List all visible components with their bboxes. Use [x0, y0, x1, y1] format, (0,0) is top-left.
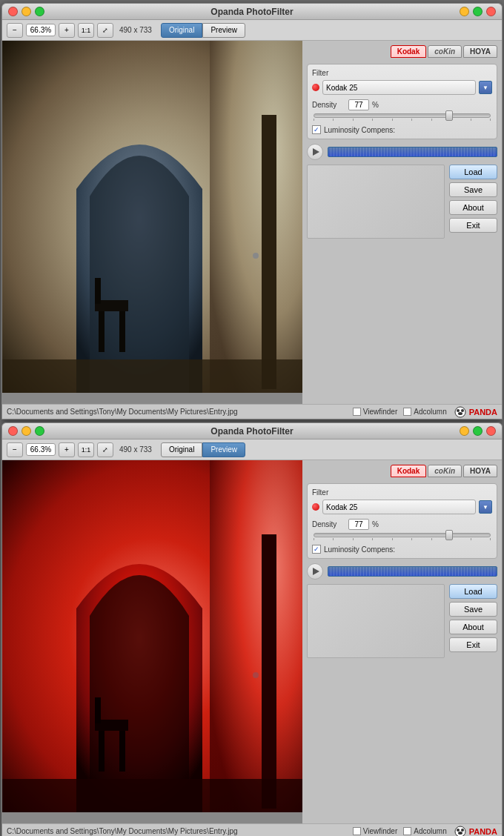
- maximize-button-1[interactable]: [35, 7, 44, 16]
- filter-section-1: Filter Kodak 25 ▼ Density 77 %: [307, 64, 497, 139]
- tick2-4: [372, 538, 373, 540]
- status-path-2: C:\Documents and Settings\Tony\My Docume…: [7, 827, 345, 835]
- action-buttons-1: Load Save About Exit: [449, 165, 497, 239]
- tab-original-2[interactable]: Original: [161, 442, 202, 457]
- luminosity-label-1: Luminosity Compens:: [324, 126, 395, 134]
- status-checkboxes-1: Viewfinder Adcolumn PANDA: [353, 406, 497, 418]
- image-panel-2: [2, 460, 302, 823]
- tb-yellow-2[interactable]: [460, 426, 469, 436]
- play-btn-1[interactable]: [307, 144, 323, 160]
- tb-green-2[interactable]: [473, 426, 483, 436]
- viewfinder-checkbox-2[interactable]: [353, 827, 361, 835]
- window-title-1: Opanda PhotoFilter: [210, 7, 293, 17]
- brand-tab-hoya-1[interactable]: HOYA: [463, 45, 497, 58]
- progress-bar-2: [328, 566, 497, 577]
- slider-thumb-1[interactable]: [445, 110, 453, 121]
- maximize-button-2[interactable]: [35, 426, 44, 436]
- slider-thumb-2[interactable]: [445, 530, 453, 540]
- play-row-1: [307, 144, 497, 160]
- exit-button-2[interactable]: Exit: [449, 637, 497, 652]
- brand-tab-cokin-1[interactable]: coKin: [428, 45, 462, 58]
- slider-track-1[interactable]: [314, 113, 491, 118]
- save-button-2[interactable]: Save: [449, 602, 497, 617]
- brand-tab-kodak-2[interactable]: Kodak: [391, 465, 427, 477]
- brand-tab-cokin-2[interactable]: coKin: [428, 465, 462, 477]
- close-button-1[interactable]: [8, 7, 18, 16]
- panda-text-2: PANDA: [469, 827, 497, 836]
- action-buttons-2: Load Save About Exit: [449, 584, 497, 658]
- panda-logo-1: PANDA: [453, 406, 497, 418]
- luminosity-checkbox-1[interactable]: ✓: [312, 125, 321, 134]
- zoom-out-btn-2[interactable]: −: [7, 442, 23, 457]
- filter-dropdown-btn-2[interactable]: ▼: [479, 500, 492, 514]
- progress-bar-1: [328, 147, 497, 157]
- filter-section-2: Filter Kodak 25 ▼ Density 77 %: [307, 483, 497, 559]
- svg-rect-15: [262, 534, 276, 809]
- brand-tab-hoya-2[interactable]: HOYA: [463, 465, 497, 477]
- zoom-fit-btn-2[interactable]: 1:1: [78, 442, 94, 457]
- tick-5: [392, 119, 393, 121]
- zoom-in-btn-1[interactable]: +: [59, 23, 75, 38]
- viewfinder-label-1: Viewfinder: [363, 408, 398, 416]
- tick-1: [314, 119, 314, 121]
- svg-point-25: [458, 832, 462, 835]
- svg-point-11: [461, 409, 464, 412]
- play-row-2: [307, 563, 497, 580]
- close-button-2[interactable]: [8, 426, 18, 436]
- density-value-2[interactable]: 77: [348, 519, 369, 530]
- density-value-1[interactable]: 77: [348, 99, 369, 110]
- adcolumn-checkbox-1[interactable]: [403, 408, 411, 416]
- tb-red-1[interactable]: [486, 7, 496, 16]
- zoom-out-btn-1[interactable]: −: [7, 23, 23, 38]
- svg-rect-16: [99, 727, 105, 772]
- progress-pattern-2: [328, 567, 497, 576]
- play-btn-2[interactable]: [307, 563, 323, 580]
- photo-2: [2, 460, 302, 812]
- room-svg-1: [2, 41, 302, 393]
- svg-rect-1: [210, 41, 302, 393]
- slider-track-2[interactable]: [314, 533, 491, 537]
- viewfinder-item-1: Viewfinder: [353, 408, 398, 416]
- toolbar-2: − 66.3% + 1:1 ⤢ 490 x 733 Original Previ…: [2, 439, 502, 460]
- viewfinder-label-2: Viewfinder: [363, 827, 398, 835]
- slider-container-2: [312, 533, 492, 540]
- luminosity-row-2: ✓ Luminosity Compens:: [312, 545, 492, 554]
- minimize-button-1[interactable]: [21, 7, 31, 16]
- save-button-1[interactable]: Save: [449, 182, 497, 197]
- svg-rect-4: [119, 308, 125, 352]
- luminosity-checkbox-2[interactable]: ✓: [312, 545, 321, 554]
- zoom-full-btn-2[interactable]: ⤢: [97, 442, 113, 457]
- about-button-2[interactable]: About: [449, 620, 497, 634]
- filter-select-2[interactable]: Kodak 25: [322, 500, 476, 514]
- minimize-button-2[interactable]: [21, 426, 31, 436]
- brand-tab-kodak-1[interactable]: Kodak: [391, 45, 427, 58]
- brand-tabs-2: Kodak coKin HOYA: [307, 465, 497, 477]
- tb-yellow-1[interactable]: [460, 7, 469, 16]
- tb-red-2[interactable]: [486, 426, 496, 436]
- density-row-1: Density 77 %: [312, 99, 492, 110]
- svg-point-8: [253, 253, 259, 259]
- exit-button-1[interactable]: Exit: [449, 218, 497, 233]
- load-button-2[interactable]: Load: [449, 584, 497, 599]
- about-button-1[interactable]: About: [449, 200, 497, 215]
- svg-point-12: [458, 412, 462, 415]
- zoom-in-btn-2[interactable]: +: [59, 442, 75, 457]
- density-row-2: Density 77 %: [312, 519, 492, 530]
- filter-dropdown-btn-1[interactable]: ▼: [479, 81, 492, 94]
- tab-preview-1[interactable]: Preview: [202, 23, 245, 38]
- zoom-fit-btn-1[interactable]: 1:1: [78, 23, 94, 38]
- zoom-full-btn-1[interactable]: ⤢: [97, 23, 113, 38]
- svg-rect-6: [95, 278, 101, 304]
- tab-preview-2[interactable]: Preview: [202, 442, 245, 457]
- filter-select-1[interactable]: Kodak 25: [322, 80, 476, 95]
- load-button-1[interactable]: Load: [449, 165, 497, 179]
- svg-point-21: [253, 672, 259, 678]
- adcolumn-checkbox-2[interactable]: [403, 827, 411, 835]
- filter-dot-2: [312, 503, 319, 511]
- filter-select-row-1: Kodak 25 ▼: [312, 80, 492, 95]
- viewfinder-checkbox-1[interactable]: [353, 408, 361, 416]
- tab-original-1[interactable]: Original: [161, 23, 202, 38]
- svg-rect-3: [99, 308, 105, 352]
- play-icon-2: [313, 568, 319, 575]
- tb-green-1[interactable]: [473, 7, 483, 16]
